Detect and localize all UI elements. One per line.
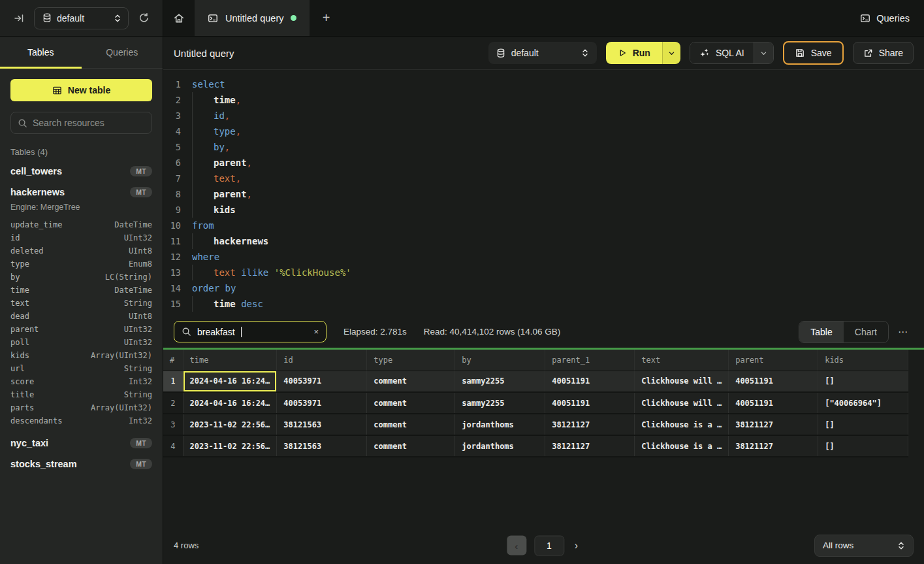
column-header-id[interactable]: id <box>277 350 367 371</box>
cell[interactable]: Clickhouse is a … <box>635 435 729 457</box>
clear-search-icon[interactable]: × <box>313 327 319 337</box>
line-number: 13 <box>163 265 192 280</box>
indent-guide <box>192 155 214 171</box>
column-header-parent[interactable]: parent <box>729 350 818 371</box>
next-page-button[interactable]: › <box>572 540 581 552</box>
engine-badge: MT <box>130 166 152 176</box>
column-header-parent_1[interactable]: parent_1 <box>545 350 635 371</box>
cell[interactable]: 40051191 <box>729 371 818 392</box>
sql-ai-button[interactable]: SQL AI <box>690 42 754 63</box>
cell[interactable]: comment <box>367 435 455 457</box>
query-database-selector[interactable]: default <box>488 42 597 64</box>
cell[interactable]: Clickhouse will … <box>635 371 729 392</box>
line-code: time, <box>192 92 241 108</box>
column-header-by[interactable]: by <box>455 350 545 371</box>
row-number[interactable]: 2 <box>163 392 183 414</box>
column-row: urlString <box>0 362 163 375</box>
save-icon <box>795 48 805 58</box>
cell[interactable]: 38121563 <box>277 414 367 435</box>
cell[interactable]: 2023-11-02 22:56… <box>183 414 277 435</box>
cell[interactable]: 40051191 <box>545 371 635 392</box>
tables-section-label: Tables (4) <box>0 137 163 161</box>
more-options-icon[interactable]: ⋯ <box>893 326 914 338</box>
table-item-stocks_stream[interactable]: stocks_streamMT <box>0 454 163 474</box>
share-button[interactable]: Share <box>853 42 914 64</box>
table-item-nyc_taxi[interactable]: nyc_taxiMT <box>0 433 163 454</box>
column-type: String <box>124 390 152 401</box>
sql-ai-options-button[interactable] <box>754 42 773 63</box>
refresh-icon[interactable] <box>134 8 153 28</box>
cell[interactable]: Clickhouse will … <box>635 392 729 414</box>
save-button[interactable]: Save <box>783 41 844 65</box>
cell[interactable]: sammy2255 <box>455 371 545 392</box>
table-item-cell_towers[interactable]: cell_towersMT <box>0 161 163 182</box>
column-header-type[interactable]: type <box>367 350 455 371</box>
cell[interactable]: 38121127 <box>545 414 635 435</box>
column-header-text[interactable]: text <box>635 350 729 371</box>
cell[interactable]: [] <box>818 435 908 457</box>
run-button[interactable]: Run <box>606 42 662 64</box>
new-table-button[interactable]: New table <box>10 79 152 101</box>
column-name: parts <box>10 403 34 414</box>
cell[interactable]: 38121127 <box>729 435 818 457</box>
sidebar-search-input[interactable] <box>33 118 145 128</box>
cell[interactable]: comment <box>367 371 455 392</box>
line-number: 4 <box>163 124 192 139</box>
tab-untitled-query[interactable]: Untitled query <box>195 0 310 36</box>
cell[interactable]: 2024-04-16 16:24… <box>183 392 277 414</box>
column-header-kids[interactable]: kids <box>818 350 908 371</box>
cell[interactable]: comment <box>367 392 455 414</box>
page-size-selector[interactable]: All rows <box>814 535 914 557</box>
cell[interactable]: comment <box>367 414 455 435</box>
cell[interactable]: 40053971 <box>277 392 367 414</box>
cell[interactable]: 40053971 <box>277 371 367 392</box>
cell[interactable]: 2023-11-02 22:56… <box>183 435 277 457</box>
run-options-button[interactable] <box>662 42 680 64</box>
cell[interactable]: [] <box>818 414 908 435</box>
cell[interactable]: 40051191 <box>545 392 635 414</box>
row-number[interactable]: 4 <box>163 435 183 457</box>
cell[interactable]: 2024-04-16 16:24… <box>183 371 277 392</box>
row-number[interactable]: 3 <box>163 414 183 435</box>
column-row: update_timeDateTime <box>0 218 163 231</box>
sidebar-tab-tables[interactable]: Tables <box>0 37 82 68</box>
column-header-num[interactable]: # <box>163 350 183 371</box>
cell[interactable]: ["40066964"] <box>818 392 908 414</box>
table-grid-icon <box>52 86 62 95</box>
view-toggle-chart[interactable]: Chart <box>844 322 888 342</box>
home-button[interactable] <box>163 0 195 36</box>
new-tab-button[interactable]: + <box>310 0 342 36</box>
sidebar-tab-queries[interactable]: Queries <box>82 37 163 68</box>
cell[interactable]: sammy2255 <box>455 392 545 414</box>
cell[interactable]: [] <box>818 371 908 392</box>
cell[interactable]: 38121127 <box>729 414 818 435</box>
cell[interactable]: jordanthoms <box>455 435 545 457</box>
table-row: 32023-11-02 22:56…38121563commentjordant… <box>163 414 908 435</box>
view-toggle-table[interactable]: Table <box>799 322 843 342</box>
unsaved-indicator-dot <box>291 15 296 21</box>
queries-button[interactable]: Queries <box>846 0 924 36</box>
column-name: id <box>10 233 20 244</box>
row-number[interactable]: 1 <box>163 371 183 392</box>
database-selector[interactable]: default <box>34 7 129 29</box>
prev-page-button[interactable]: ‹ <box>507 536 526 556</box>
column-type: UInt32 <box>124 337 152 348</box>
cell[interactable]: Clickhouse is a … <box>635 414 729 435</box>
indent-guide <box>192 296 214 312</box>
cell[interactable]: 38121127 <box>545 435 635 457</box>
sidebar-tabs: Tables Queries <box>0 37 163 69</box>
line-code: from <box>192 218 214 233</box>
results-search-input[interactable]: breakfast × <box>174 321 327 342</box>
collapse-sidebar-icon[interactable] <box>9 8 29 28</box>
sql-editor[interactable]: 1select2time,3id,4type,5by,6parent,7text… <box>163 70 924 316</box>
indent-guide <box>192 124 214 139</box>
column-header-time[interactable]: time <box>183 350 277 371</box>
sidebar-search[interactable] <box>10 112 152 134</box>
table-item-hackernews[interactable]: hackernewsMT <box>0 182 163 203</box>
cell[interactable]: 40051191 <box>729 392 818 414</box>
cell[interactable]: jordanthoms <box>455 414 545 435</box>
cell[interactable]: 38121563 <box>277 435 367 457</box>
token: kids <box>214 205 236 215</box>
current-page[interactable]: 1 <box>534 535 564 556</box>
column-name: parent <box>10 324 39 335</box>
